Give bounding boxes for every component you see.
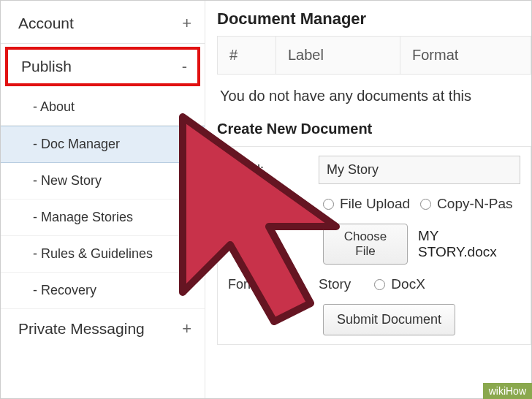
sidebar-section-account[interactable]: Account +: [1, 4, 205, 44]
submit-button[interactable]: Submit Document: [323, 304, 455, 335]
sidebar-section-publish[interactable]: Publish -: [5, 47, 200, 86]
col-number[interactable]: #: [218, 37, 276, 75]
empty-message: You do not have any documents at this: [217, 79, 531, 118]
choose-file-button[interactable]: Choose File: [323, 224, 408, 265]
expand-icon: +: [182, 14, 191, 33]
expand-icon: +: [182, 319, 191, 338]
radio-icon: [323, 199, 334, 210]
watermark: wikiHow: [483, 383, 532, 399]
create-heading: Create New Document: [217, 121, 531, 137]
sidebar-section-label: Publish: [21, 58, 72, 75]
method-copy-paste[interactable]: Copy-N-Pas: [420, 196, 512, 212]
sidebar-item-about[interactable]: - About: [1, 89, 205, 126]
sidebar-item-rules[interactable]: - Rules & Guidelines: [1, 236, 205, 273]
format-story[interactable]: Story: [319, 276, 351, 292]
collapse-icon: -: [182, 57, 187, 76]
format-docx[interactable]: DocX: [374, 276, 425, 292]
sidebar-item-recovery[interactable]: - Recovery: [1, 273, 205, 309]
sidebar-section-label: Account: [18, 15, 74, 32]
label-input[interactable]: [319, 156, 520, 184]
sidebar-item-new-story[interactable]: - New Story: [1, 163, 205, 200]
sidebar-item-manage-stories[interactable]: - Manage Stories: [1, 200, 205, 236]
col-format[interactable]: Format: [400, 37, 531, 75]
radio-icon: [374, 279, 385, 290]
sidebar-item-doc-manager[interactable]: - Doc Manager: [1, 126, 205, 163]
radio-icon: [420, 199, 431, 210]
format-field-label: Format:: [228, 277, 308, 292]
create-form: Label: File Upload Copy-N-Pas Choose Fil…: [217, 146, 531, 345]
main-content: Document Manager # Label Format You do n…: [205, 1, 531, 398]
page-title: Document Manager: [217, 10, 531, 28]
sidebar-section-label: Private Messaging: [18, 320, 145, 338]
sidebar: Account + Publish - - About - Doc Manage…: [1, 1, 205, 398]
chosen-filename: MY STORY.docx: [418, 228, 520, 260]
col-label[interactable]: Label: [276, 37, 400, 75]
label-field-label: Label:: [228, 162, 308, 178]
method-file-upload[interactable]: File Upload: [323, 196, 410, 212]
documents-table: # Label Format: [217, 36, 531, 75]
sidebar-section-private-messaging[interactable]: Private Messaging +: [1, 309, 205, 349]
